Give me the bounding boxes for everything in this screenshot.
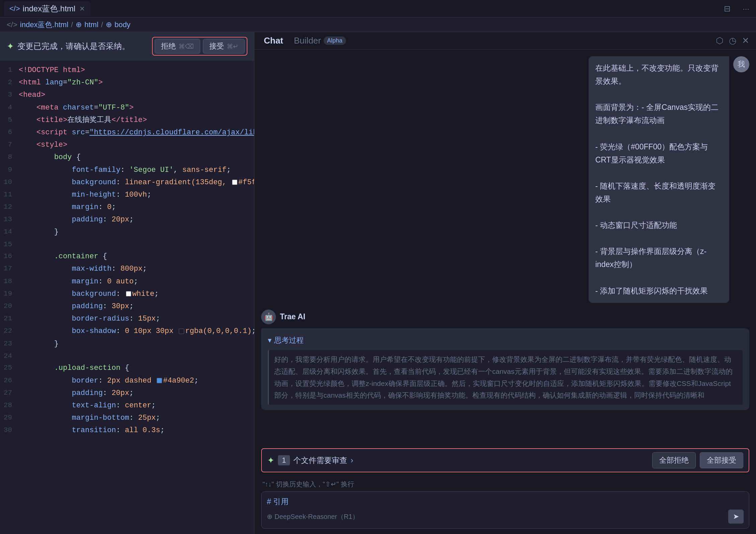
code-line: 5 <title>在线抽奖工具</title> [0,114,254,126]
line-number: 27 [0,387,19,399]
line-number: 22 [0,325,19,337]
line-number: 23 [0,338,19,349]
line-content: body { [19,151,254,163]
code-line: 24 [0,350,254,362]
more-options-button[interactable]: ··· [740,3,752,15]
line-number: 25 [0,362,19,374]
right-header-tabs: Chat Builder Alpha [261,34,716,47]
breadcrumb-file[interactable]: index蓝色.html [20,20,68,30]
code-line: 17 max-width: 800px; [0,263,254,275]
model-tag: ⊕ DeepSeek-Reasoner（R1） [267,512,359,521]
reject-button[interactable]: 拒绝 ⌘⌫ [155,39,200,54]
line-number: 5 [0,114,19,126]
send-icon: ➤ [733,512,739,521]
breadcrumb-html[interactable]: html [84,20,98,29]
code-line: 6 <script src="https://cdnjs.cloudflare.… [0,126,254,139]
user-avatar: 我 [733,56,749,72]
sparkle-icon: ✦ [7,41,14,52]
change-bar-text: ✦ 变更已完成，请确认是否采纳。 [7,41,147,52]
code-line: 18 margin: 0 auto; [0,275,254,288]
line-content: margin: 0; [19,201,254,213]
ai-message: 🤖 Trae AI ▾ 思考过程 好的，我需要分析用户的请求。用户希望在不改变现… [261,310,749,410]
code-line: 27 padding: 20px; [0,387,254,399]
breadcrumb-sep-1: / [71,20,73,29]
code-line: 8 body { [0,151,254,163]
line-number: 28 [0,400,19,411]
line-content: <html lang="zh-CN"> [19,77,254,88]
code-line: 28 text-align: center; [0,399,254,412]
line-number: 15 [0,239,19,250]
line-content: background: white; [19,288,254,300]
model-label: DeepSeek-Reasoner（R1） [275,512,359,521]
accept-button[interactable]: 接受 ⌘↵ [203,39,245,54]
line-content: margin: 0 auto; [19,276,254,287]
breadcrumb-body[interactable]: body [115,20,131,29]
line-content: .container { [19,251,254,262]
input-bottom: ⊕ DeepSeek-Reasoner（R1） ➤ [267,510,744,524]
line-content: margin-bottom: 25px; [19,412,254,424]
code-bracket-icon: </> [7,20,17,29]
line-number: 2 [0,77,19,88]
chat-area[interactable]: 我 在此基础上，不改变功能。只改变背景效果。画面背景为：- 全屏Canvas实现… [254,50,756,448]
send-button[interactable]: ➤ [728,510,744,524]
line-content: background: linear-gradient(135deg, #f5f… [19,177,254,188]
input-field-wrapper: # 引用 ⊕ DeepSeek-Reasoner（R1） ➤ [267,496,744,524]
close-icon[interactable]: ✕ [742,36,749,46]
line-content: <script src="https://cdnjs.cloudflare.co… [19,127,254,138]
reject-kbd: ⌘⌫ [178,43,194,50]
user-text: 在此基础上，不改变功能。只改变背景效果。画面背景为：- 全屏Canvas实现的二… [595,62,723,297]
code-line: 9 font-family: 'Segoe UI', sans-serif; [0,164,254,176]
code-line: 14 } [0,226,254,238]
line-content: <title>在线抽奖工具</title> [19,114,254,126]
line-number: 6 [0,127,19,138]
code-line: 1<!DOCTYPE html> [0,64,254,76]
code-line: 10 background: linear-gradient(135deg, #… [0,176,254,189]
input-area: "↑↓" 切换历史输入，"⇧↵" 换行 # 引用 ⊕ DeepSeek-Reas… [254,476,756,534]
right-header: Chat Builder Alpha ⬡ ◷ ✕ [254,32,756,50]
tab-chat[interactable]: Chat [261,34,286,47]
line-content: box-shadow: 0 10px 30px rgba(0,0,0,0.1); [19,325,254,337]
change-bar-actions: 拒绝 ⌘⌫ 接受 ⌘↵ [152,37,247,56]
code-editor[interactable]: 1<!DOCTYPE html>2<html lang="zh-CN">3<he… [0,61,254,534]
line-number: 10 [0,177,19,188]
tab-index[interactable]: </> index蓝色.html ✕ [4,1,90,16]
code-line: 15 [0,239,254,251]
code-line: 16 .container { [0,250,254,263]
line-content: <meta charset="UTF-8"> [19,102,254,114]
review-bar-left: ✦ 1 个文件需要审查 › [267,455,647,466]
review-arrow[interactable]: › [351,456,353,465]
accept-label: 接受 [209,41,224,51]
reject-all-button[interactable]: 全部拒绝 [652,452,696,468]
line-number: 20 [0,301,19,312]
line-content: .upload-section { [19,362,254,374]
line-number: 14 [0,226,19,238]
line-content: border-radius: 15px; [19,313,254,325]
thinking-toggle[interactable]: ▾ 思考过程 [268,334,743,347]
tab-builder[interactable]: Builder Alpha [291,34,349,47]
line-content: min-height: 100vh; [19,189,254,201]
ai-avatar-icon: 🤖 [264,313,273,321]
tab-close-icon[interactable]: ✕ [79,5,85,13]
accept-kbd: ⌘↵ [227,43,238,50]
chevron-icon: ▾ [268,334,272,347]
input-prefix: # 引用 [267,496,744,507]
code-icon: </> [9,4,20,13]
change-bar: ✦ 变更已完成，请确认是否采纳。 拒绝 ⌘⌫ 接受 ⌘↵ [0,32,254,61]
breadcrumb: </> index蓝色.html / ⊕ html / ⊕ body [0,17,756,32]
code-line: 19 background: white; [0,288,254,300]
code-line: 7 <style> [0,139,254,151]
history-icon[interactable]: ◷ [729,36,737,46]
line-content: border: 2px dashed #4a90e2; [19,375,254,387]
share-icon[interactable]: ⬡ [716,36,724,46]
line-number: 30 [0,424,19,436]
code-line: 3<head> [0,89,254,101]
line-number: 1 [0,64,19,76]
code-line: 22 box-shadow: 0 10px 30px rgba(0,0,0,0.… [0,325,254,337]
code-line: 30 transition: all 0.3s; [0,424,254,437]
line-content: <style> [19,139,254,151]
breadcrumb-tag-icon: ⊕ [76,20,82,29]
ai-bubble: ▾ 思考过程 好的，我需要分析用户的请求。用户希望在不改变现有功能的前提下，修改… [261,328,749,410]
accept-all-button[interactable]: 全部接受 [700,452,743,468]
split-editor-button[interactable]: ⊟ [721,3,733,15]
line-number: 3 [0,89,19,101]
